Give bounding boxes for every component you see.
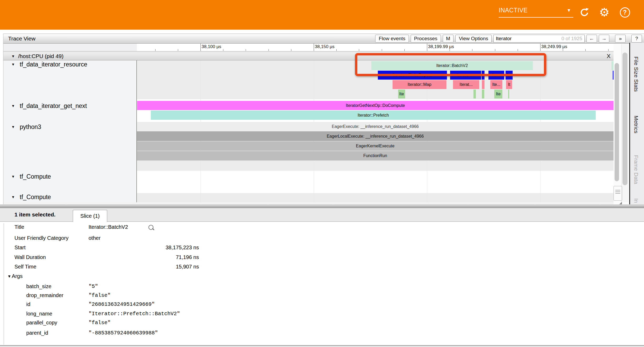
selection-status: 1 item selected. xyxy=(14,211,55,218)
chevron-down-icon[interactable]: ▼ xyxy=(11,54,15,58)
chevron-down-icon: ▼ xyxy=(11,62,15,66)
trace-slice[interactable]: Ite... xyxy=(490,80,502,89)
trace-slice[interactable]: FunctionRun xyxy=(137,151,614,160)
trace-slice[interactable]: Iterator::Prefetch xyxy=(151,111,596,120)
ruler-tick xyxy=(608,49,609,51)
view-options-button[interactable]: View Options xyxy=(455,35,492,43)
arg-row: long_name"Iterator::Prefetch::BatchV2" xyxy=(0,311,644,318)
track-label-panel: ▼tf_data_iterator_resource▼tf_data_itera… xyxy=(3,60,137,202)
time-ruler: 38,100 µs38,150 µs38,199.99 µs38,249.99 … xyxy=(3,44,644,51)
ruler-tick xyxy=(382,49,382,51)
track-label: tf_data_iterator_get_next xyxy=(20,102,87,110)
search-input[interactable]: Iterator0 of 1925 xyxy=(493,35,585,43)
arg-name: batch_size xyxy=(26,283,51,289)
flow-events-button[interactable]: Flow events xyxy=(375,35,409,43)
track-label-row[interactable]: ▼tf_Compute xyxy=(3,193,136,201)
arg-value: "2686136324951429669" xyxy=(89,301,155,307)
arg-row: id"2686136324951429669" xyxy=(0,301,644,309)
trace-slice[interactable] xyxy=(473,90,476,99)
trace-slice[interactable]: Iterator::Map xyxy=(393,80,446,89)
detail-value: 15,907 ns xyxy=(89,264,199,270)
detail-row: Start38,175,223 ns xyxy=(0,245,644,252)
arg-name: long_name xyxy=(26,311,52,317)
help-button[interactable]: ? xyxy=(631,35,642,43)
expand-panel-button[interactable]: » xyxy=(615,35,626,43)
trace-slice[interactable] xyxy=(482,80,485,89)
trace-slice[interactable]: Ite xyxy=(494,90,502,99)
ruler-major-tick xyxy=(200,44,201,51)
trace-slice[interactable]: EagerKernelExecute xyxy=(137,141,614,151)
search-result-count: 0 of 1925 xyxy=(561,36,582,42)
outer-scrollbar-track[interactable] xyxy=(621,44,629,202)
timeline-canvas[interactable]: Iterator::BatchV2Iterator::FiniteRepeatI… xyxy=(137,60,614,202)
ruler-tick xyxy=(336,49,337,51)
ruler-tick-label: 38,199.99 µs xyxy=(428,44,454,49)
prev-result-button[interactable]: ← xyxy=(586,35,597,43)
track-label-row[interactable]: ▼python3 xyxy=(3,123,136,131)
scroll-grip[interactable] xyxy=(614,186,622,201)
track-label-row[interactable]: ▼tf_data_iterator_resource xyxy=(3,60,136,68)
trace-slice[interactable]: Ite xyxy=(398,90,405,99)
trace-slice[interactable] xyxy=(611,61,614,70)
trace-slice[interactable]: It xyxy=(506,80,512,89)
tab-file-size-stats[interactable]: File Size Stats xyxy=(633,56,639,92)
search-value: Iterator xyxy=(496,36,512,42)
trace-slice[interactable]: IteratorGetNextOp::DoCompute xyxy=(137,101,614,110)
ruler-tick xyxy=(450,49,450,51)
trace-slice[interactable]: EagerExecute: __inference_run_dataset_49… xyxy=(137,122,614,131)
arg-value: "-8853857924060639988" xyxy=(89,330,158,336)
processes-button[interactable]: Processes xyxy=(411,35,441,43)
args-collapse-toggle[interactable]: ▼Args xyxy=(7,273,23,279)
m-button[interactable]: M xyxy=(443,35,454,43)
ruler-tick-label: 38,100 µs xyxy=(202,44,221,49)
magnifier-icon[interactable] xyxy=(148,225,153,230)
refresh-icon[interactable] xyxy=(579,7,590,18)
tab-slice[interactable]: Slice (1) xyxy=(73,210,107,222)
chevron-down-icon: ▼ xyxy=(567,8,571,13)
trace-view-title: Trace View xyxy=(8,35,35,42)
detail-value: Iterator::BatchV2 xyxy=(89,224,199,230)
detail-value: other xyxy=(89,235,199,241)
arg-row: parent_id"-8853857924060639988" xyxy=(0,330,644,337)
run-status-select[interactable]: INACTIVE ▼ xyxy=(499,7,573,18)
track-label-row[interactable]: ▼tf_data_iterator_get_next xyxy=(3,102,136,110)
trace-slice[interactable]: EagerLocalExecute: __inference_run_datas… xyxy=(137,131,614,141)
trace-slice[interactable] xyxy=(482,90,484,99)
track-label-row[interactable]: ▼tf_Compute xyxy=(3,173,136,180)
ruler-tick xyxy=(518,49,518,51)
chevron-down-icon: ▼ xyxy=(11,104,15,108)
help-icon[interactable]: ? xyxy=(620,7,630,18)
tab-input: In xyxy=(633,198,639,203)
trace-slice[interactable] xyxy=(508,90,509,99)
trace-slice[interactable]: Iterat... xyxy=(453,80,479,89)
horizontal-divider[interactable] xyxy=(0,204,644,208)
arg-name: id xyxy=(26,301,30,307)
arg-name: parent_id xyxy=(26,330,48,336)
track-background-band xyxy=(137,160,614,171)
track-label: tf_data_iterator_resource xyxy=(20,61,87,68)
window-bottom-edge xyxy=(0,346,644,347)
detail-row: User Friendly Categoryother xyxy=(0,235,644,242)
tab-metrics[interactable]: Metrics xyxy=(633,116,639,133)
chevron-down-icon: ▼ xyxy=(11,125,15,129)
args-header-row: ▼Args xyxy=(0,273,644,281)
ruler-tick xyxy=(404,49,405,51)
next-result-button[interactable]: → xyxy=(599,35,609,43)
ruler-tick xyxy=(585,49,586,51)
detail-value: 71,196 ns xyxy=(89,254,199,260)
close-track-button[interactable]: X xyxy=(607,53,611,60)
gear-icon[interactable]: ⚙ xyxy=(599,7,610,18)
ruler-major-tick xyxy=(314,44,314,51)
detail-label: Self Time xyxy=(14,264,36,270)
ruler-tick-label: 38,249.99 µs xyxy=(541,44,567,49)
scrollbar-thumb[interactable] xyxy=(622,53,627,185)
ruler-tick xyxy=(563,49,563,51)
ruler-tick xyxy=(495,49,495,51)
ruler-tick xyxy=(178,49,178,51)
scrollbar-thumb[interactable] xyxy=(615,63,619,181)
run-status-value: INACTIVE xyxy=(499,7,528,14)
track-label: tf_Compute xyxy=(20,194,51,201)
ruler-left-gutter xyxy=(3,44,137,51)
detail-row: TitleIterator::BatchV2 xyxy=(0,224,644,231)
triangle-down-icon: ▼ xyxy=(7,274,11,278)
